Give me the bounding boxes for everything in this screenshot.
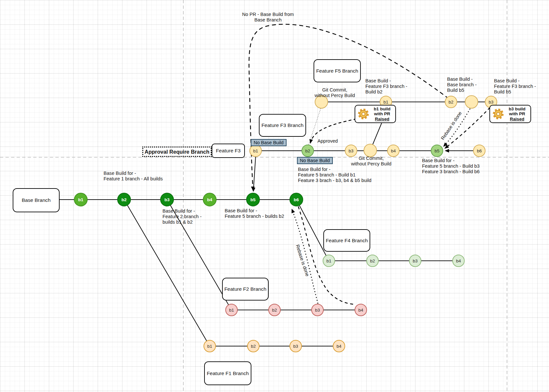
f3-small-box[interactable]: Feature F3 (212, 144, 245, 158)
node-f2-b1[interactable]: b1 (225, 304, 238, 316)
annotation-base-build-for-f5-b3: Base Build for - Feature 5 branch - Buil… (422, 158, 480, 175)
b1-build-line1: b1 build (371, 106, 393, 112)
node-label: b5 (434, 148, 439, 153)
node-base-b6[interactable]: b6 (289, 193, 303, 206)
f3-branch-label: Feature F3 Branch (261, 122, 303, 128)
node-f2-b3[interactable]: b3 (311, 304, 324, 316)
node-base-b1[interactable]: b1 (74, 193, 88, 206)
f1-branch-label: Feature F1 Branch (207, 371, 249, 376)
rebase-lower-dotted-arrow (292, 209, 318, 303)
annotation-base-build-base-b5: Base Build - Base branch - Build b5 (447, 77, 477, 93)
b3-build-line3: Raised (506, 117, 528, 122)
node-label: b1 (229, 308, 234, 313)
base-branch-box[interactable]: Base Branch (13, 188, 60, 212)
node-label: b3 (293, 344, 298, 349)
approval-require-label: Approval Require Branch (145, 149, 209, 155)
node-f4-b2[interactable]: b2 (366, 255, 379, 267)
annotation-base-build-f3-b2: Base Build - Feature F3 branch - Build b… (365, 78, 407, 95)
node-label: b4 (336, 344, 341, 349)
node-base-b4[interactable]: b4 (203, 193, 217, 206)
f2-branch-box[interactable]: Feature F2 Branch (222, 278, 269, 301)
node-label: b4 (207, 197, 212, 202)
node-f5-b2[interactable]: b2 (445, 96, 457, 108)
f5-branch-label: Feature F5 Branch (316, 68, 358, 74)
b3-build-pr-text: b3 build with PR Raised (506, 106, 528, 122)
annotation-no-pr: No PR - Base Build from Base Branch (242, 12, 294, 23)
node-f4-b1[interactable]: b1 (323, 255, 335, 267)
node-base-b2[interactable]: b2 (117, 193, 131, 206)
b3-build-pr-box[interactable]: b3 build with PR Raised (489, 105, 531, 123)
node-f2-b2[interactable]: b2 (268, 304, 281, 316)
node-label: b1 (253, 148, 258, 153)
annotation-git-commit-f5: Git Commit, without Percy Build (315, 87, 355, 98)
node-f4-b4[interactable]: b4 (452, 255, 465, 267)
approval-require-box[interactable]: Approval Require Branch (142, 147, 212, 157)
node-f1-b4[interactable]: b4 (333, 340, 345, 352)
node-f2-b4[interactable]: b4 (355, 304, 367, 316)
node-f3-b5[interactable]: b5 (431, 145, 443, 157)
node-label: b3 (164, 197, 170, 202)
f1-branch-box[interactable]: Feature F1 Branch (204, 361, 251, 385)
node-f1-b3[interactable]: b3 (289, 340, 302, 352)
node-label: b6 (477, 148, 482, 153)
b1-build-line3: Raised (371, 117, 393, 122)
no-base-build-label-2: No Base Build (300, 158, 330, 163)
b1-build-pr-text: b1 build with PR Raised (371, 106, 393, 122)
node-label: b1 (383, 100, 388, 105)
node-label: b5 (250, 197, 256, 202)
node-label: b1 (78, 197, 83, 202)
no-base-build-label-1: No Base Build (254, 140, 284, 145)
base-branch-label: Base Branch (22, 197, 51, 203)
node-f3-b2[interactable]: b2 (302, 145, 314, 157)
node-f4-b3[interactable]: b3 (409, 255, 421, 267)
node-f5-unlabeled[interactable] (465, 95, 478, 109)
b3-build-line2: with PR (506, 111, 528, 117)
annotation-base-build-f5-b2: Base Build for - Feature 5 branch - buil… (225, 208, 284, 219)
gear-icon (492, 108, 504, 120)
node-f3-b4[interactable]: b4 (387, 145, 400, 157)
node-label: b2 (305, 148, 310, 153)
b1-build-line2: with PR (371, 111, 393, 117)
node-label: b2 (121, 197, 127, 202)
node-label: b4 (358, 308, 363, 313)
f5-branch-box[interactable]: Feature F5 Branch (314, 59, 361, 82)
node-label: b3 (488, 100, 493, 105)
node-label: b3 (348, 148, 353, 153)
node-f3-b3[interactable]: b3 (345, 145, 357, 157)
node-label: b2 (251, 344, 256, 349)
node-f3-b6[interactable]: b6 (473, 145, 486, 157)
node-label: b1 (207, 344, 212, 349)
node-label: b2 (370, 259, 375, 263)
no-base-build-badge-1[interactable]: No Base Build (251, 139, 287, 146)
annotation-base-build-for-f5-b1: Base Build for - Feature 5 branch - Buil… (298, 167, 372, 183)
no-pr-dashed-curve (249, 24, 449, 190)
node-label: b2 (272, 308, 277, 313)
node-f1-b1[interactable]: b1 (204, 340, 216, 352)
annotation-base-build-f1-all: Base Build for - Feature 1 branch - All … (104, 171, 163, 182)
b1-build-pr-box[interactable]: b1 build with PR Raised (355, 105, 396, 123)
f3-b1-to-base-b5-arrow (253, 157, 256, 191)
f4-branch-label: Feature F4 Branch (326, 238, 368, 244)
no-base-build-badge-2[interactable]: No Base Build (297, 157, 333, 164)
node-f1-b2[interactable]: b2 (247, 340, 260, 352)
f3-branch-box[interactable]: Feature F3 Branch (259, 114, 306, 137)
node-f3-commit[interactable] (364, 144, 377, 157)
node-label: b2 (448, 100, 453, 105)
annotation-git-commit-f3: Git Commit, without Percy Build (351, 156, 391, 167)
f2-branch-label: Feature F2 Branch (224, 286, 266, 292)
gear-icon (357, 108, 370, 120)
node-label: b3 (413, 259, 417, 263)
f4-branch-box[interactable]: Feature F4 Branch (323, 229, 370, 252)
node-label: b3 (315, 308, 320, 313)
node-label: b6 (294, 197, 299, 202)
f3-small-label: Feature F3 (216, 148, 241, 154)
node-base-b5[interactable]: b5 (246, 193, 260, 206)
diagram-canvas: Feature F5 Branch Feature F3 Branch Feat… (0, 0, 549, 392)
node-label: b1 (326, 259, 331, 263)
annotation-approved: Approved (317, 138, 338, 144)
node-base-b3[interactable]: b3 (160, 193, 174, 206)
node-label: b4 (391, 148, 396, 153)
node-label: b4 (456, 259, 461, 263)
annotation-base-build-f3-b5: Base Build - Feature F3 branch - Build b… (494, 78, 536, 95)
node-f3-b1[interactable]: b1 (249, 145, 262, 157)
